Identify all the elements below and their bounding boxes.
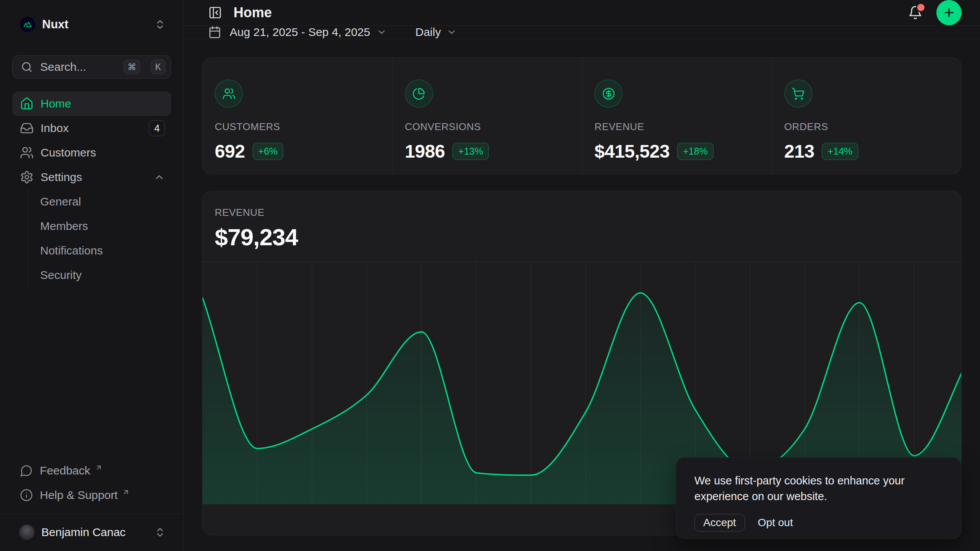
date-range-picker[interactable]: Aug 21, 2025 - Sep 4, 2025	[230, 26, 370, 39]
granularity-select[interactable]: Daily	[415, 26, 441, 39]
add-button[interactable]	[936, 0, 962, 25]
stat-value: 213	[784, 141, 815, 162]
stat-revenue: REVENUE $415,523 +18%	[582, 58, 772, 174]
sub-item-label: Security	[40, 269, 82, 282]
nuxt-logo-icon	[20, 17, 35, 32]
stat-value: 692	[215, 141, 245, 162]
users-icon	[215, 80, 243, 108]
calendar-icon	[208, 26, 221, 39]
kbd-k: K	[151, 60, 165, 74]
external-link-icon	[95, 464, 103, 471]
sidebar-item-label: Customers	[41, 146, 96, 159]
users-icon	[20, 146, 34, 160]
stat-customers: CUSTOMERS 692 +6%	[203, 58, 392, 174]
stat-label: CONVERSIONS	[405, 121, 570, 133]
sidebar-nav: Home Inbox 4 Customers	[12, 91, 171, 287]
stat-conversions: CONVERSIONS 1986 +13%	[392, 58, 582, 174]
workspace-switcher[interactable]: Nuxt	[12, 15, 171, 34]
dollar-circle-icon	[595, 80, 622, 108]
stat-orders: ORDERS 213 +14%	[772, 58, 962, 174]
stat-change-badge: +6%	[253, 143, 284, 160]
notifications-button[interactable]	[908, 5, 923, 20]
inbox-count-badge: 4	[149, 120, 165, 136]
cart-icon	[784, 80, 812, 108]
cookie-message: We use first-party cookies to enhance yo…	[694, 473, 943, 504]
feedback-label: Feedback	[40, 464, 90, 477]
user-name: Benjamin Canac	[41, 526, 126, 539]
cookie-banner: We use first-party cookies to enhance yo…	[676, 457, 962, 539]
sidebar: Nuxt ⌘ K Home	[0, 0, 184, 551]
chevron-down-icon[interactable]	[446, 27, 457, 37]
sidebar-item-members[interactable]: Members	[28, 214, 171, 238]
sub-item-label: General	[40, 195, 81, 208]
opt-out-button[interactable]: Opt out	[758, 517, 793, 529]
sidebar-spacer	[12, 287, 171, 458]
message-circle-icon	[20, 464, 33, 477]
filters-toolbar: Aug 21, 2025 - Sep 4, 2025 Daily	[184, 26, 980, 39]
sidebar-divider	[0, 514, 183, 514]
stat-value: 1986	[405, 141, 445, 162]
plus-icon	[942, 6, 956, 19]
sidebar-item-inbox[interactable]: Inbox 4	[12, 116, 171, 140]
accept-button[interactable]: Accept	[694, 514, 745, 531]
sidebar-item-customers[interactable]: Customers	[12, 140, 171, 165]
stat-value: $415,523	[595, 141, 670, 162]
chevrons-up-down-icon	[154, 527, 166, 538]
stat-label: ORDERS	[784, 121, 949, 133]
stat-change-badge: +13%	[452, 143, 489, 160]
sub-item-label: Members	[40, 220, 88, 233]
header-actions	[908, 0, 962, 25]
sidebar-item-security[interactable]: Security	[28, 263, 171, 287]
search-icon	[21, 61, 33, 73]
kbd-cmd: ⌘	[124, 60, 140, 74]
sidebar-item-label: Home	[41, 97, 71, 110]
sidebar-item-notifications[interactable]: Notifications	[28, 238, 171, 263]
chevrons-up-down-icon	[154, 19, 166, 30]
revenue-value: $79,234	[215, 223, 949, 251]
sidebar-item-home[interactable]: Home	[12, 91, 171, 116]
inbox-icon	[20, 121, 34, 135]
chevron-up-icon	[154, 171, 165, 183]
panel-collapse-icon[interactable]	[208, 6, 222, 20]
search-box[interactable]: ⌘ K	[12, 55, 171, 79]
sidebar-item-label: Settings	[41, 171, 82, 184]
revenue-label: REVENUE	[215, 207, 949, 218]
info-circle-icon	[20, 489, 33, 502]
page-title: Home	[234, 5, 272, 21]
sidebar-item-general[interactable]: General	[28, 189, 171, 214]
external-link-icon	[122, 488, 130, 496]
sub-item-label: Notifications	[40, 244, 103, 257]
page-header: Home	[184, 0, 980, 26]
avatar	[19, 525, 34, 540]
workspace-name: Nuxt	[42, 18, 69, 31]
feedback-link[interactable]: Feedback	[12, 458, 171, 483]
gear-icon	[20, 170, 34, 184]
pie-chart-icon	[405, 80, 433, 108]
search-input[interactable]	[40, 60, 116, 73]
sidebar-item-settings[interactable]: Settings	[12, 165, 171, 189]
chevron-down-icon[interactable]	[376, 27, 387, 37]
stats-card: CUSTOMERS 692 +6% CONVERSIONS 1986 +13%	[202, 57, 962, 174]
help-support-label: Help & Support	[40, 489, 118, 502]
stat-label: REVENUE	[595, 121, 760, 133]
notification-dot	[917, 4, 924, 11]
house-icon	[20, 97, 34, 111]
stat-change-badge: +18%	[677, 143, 714, 160]
settings-subnav: General Members Notifications Security	[28, 189, 171, 287]
sidebar-item-label: Inbox	[41, 122, 69, 135]
stat-label: CUSTOMERS	[215, 121, 380, 133]
user-menu[interactable]: Benjamin Canac	[12, 520, 171, 544]
help-support-link[interactable]: Help & Support	[12, 483, 171, 507]
stat-change-badge: +14%	[822, 143, 858, 160]
